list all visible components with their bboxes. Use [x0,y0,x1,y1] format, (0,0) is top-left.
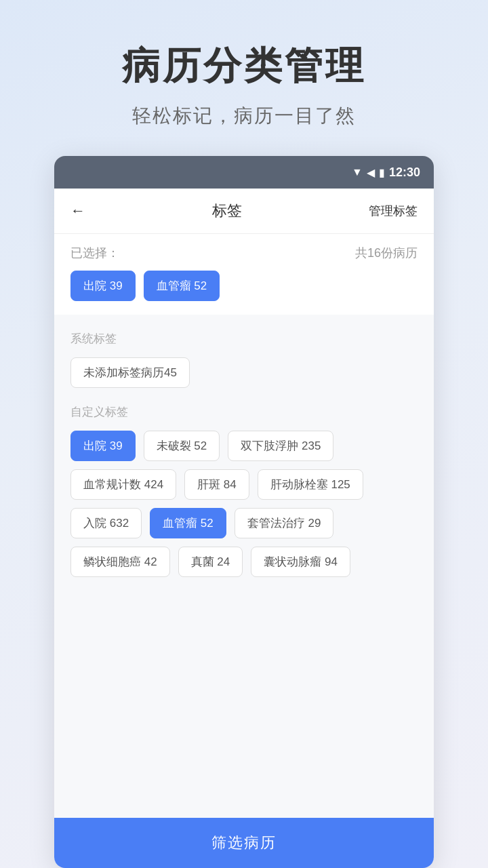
tag-admission[interactable]: 入院 632 [70,508,142,538]
status-bar: ▼ ◀ ▮ 12:30 [54,156,434,189]
tag-angioma[interactable]: 血管瘤 52 [150,508,226,538]
selected-tag-angioma[interactable]: 血管瘤 52 [144,271,220,301]
selected-label: 已选择： [70,245,119,261]
selected-section: 已选择： 共16份病历 出院 39 血管瘤 52 [54,234,434,315]
nav-bar: ← 标签 管理标签 [54,189,434,234]
phone-frame: ▼ ◀ ▮ 12:30 ← 标签 管理标签 已选择： 共16份病历 出院 39 … [54,156,434,868]
battery-icon: ▮ [379,166,385,179]
tag-unlabeled[interactable]: 未添加标签病历45 [70,357,190,388]
filter-button[interactable]: 筛选病历 [54,818,434,868]
back-button[interactable]: ← [70,202,85,220]
tag-bilateral[interactable]: 双下肢浮肿 235 [228,431,333,461]
tag-squamous[interactable]: 鳞状细胞癌 42 [70,547,170,577]
wifi-icon: ▼ [352,166,363,178]
system-tags-row: 未添加标签病历45 [70,357,418,388]
system-tags-title: 系统标签 [70,331,418,347]
custom-tags-group: 自定义标签 出院 39 未破裂 52 双下肢浮肿 235 血常规计数 424 肝… [70,404,418,577]
tag-liverspots[interactable]: 肝斑 84 [184,469,249,500]
system-tags-group: 系统标签 未添加标签病历45 [70,331,418,388]
selected-count: 共16份病历 [355,245,418,261]
hero-section: 病历分类管理 轻松标记，病历一目了然 [0,0,488,156]
custom-tags-row-1: 出院 39 未破裂 52 双下肢浮肿 235 [70,431,418,461]
tag-fungal[interactable]: 真菌 24 [178,547,243,577]
tag-catheter[interactable]: 套管法治疗 29 [235,508,334,538]
manage-tags-button[interactable]: 管理标签 [369,203,418,219]
selected-header: 已选择： 共16份病历 [70,245,418,261]
tag-discharge[interactable]: 出院 39 [70,431,136,461]
nav-title: 标签 [212,201,242,221]
selected-tag-discharge[interactable]: 出院 39 [70,271,136,301]
hero-subtitle: 轻松标记，病历一目了然 [27,103,461,129]
tags-section: 系统标签 未添加标签病历45 自定义标签 出院 39 未破裂 52 双下肢浮肿 … [54,315,434,818]
signal-icon: ◀ [367,166,375,179]
status-time: 12:30 [389,165,420,180]
tag-unruptured[interactable]: 未破裂 52 [144,431,220,461]
tag-cystic[interactable]: 囊状动脉瘤 94 [251,547,350,577]
tag-bloodcount[interactable]: 血常规计数 424 [70,469,176,500]
hero-title: 病历分类管理 [27,41,461,92]
selected-tags: 出院 39 血管瘤 52 [70,271,418,301]
custom-tags-row-3: 入院 632 血管瘤 52 套管法治疗 29 [70,508,418,538]
custom-tags-row-2: 血常规计数 424 肝斑 84 肝动脉栓塞 125 [70,469,418,500]
status-icons: ▼ ◀ ▮ 12:30 [352,165,420,180]
tag-hepatic[interactable]: 肝动脉栓塞 125 [258,469,363,500]
custom-tags-title: 自定义标签 [70,404,418,420]
custom-tags-row-4: 鳞状细胞癌 42 真菌 24 囊状动脉瘤 94 [70,547,418,577]
